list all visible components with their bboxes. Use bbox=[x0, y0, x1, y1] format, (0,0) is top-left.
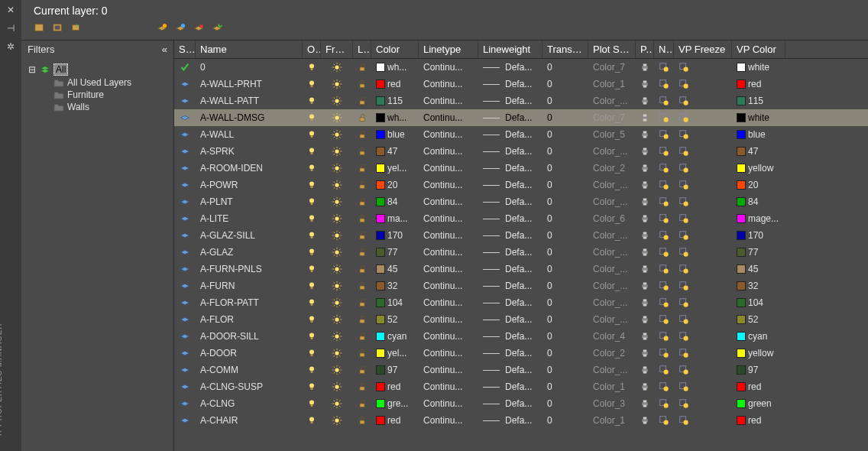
linetype-cell[interactable]: Continu... bbox=[419, 163, 478, 174]
printer-icon[interactable] bbox=[640, 230, 649, 241]
lock-open-icon[interactable] bbox=[358, 180, 367, 190]
vp-sun-icon[interactable] bbox=[679, 398, 689, 409]
transparency-cell[interactable]: 0 bbox=[542, 398, 588, 409]
lightbulb-icon[interactable] bbox=[307, 163, 316, 174]
sun-icon[interactable] bbox=[332, 264, 342, 274]
plotstyle-cell[interactable]: Color_1 bbox=[588, 415, 636, 426]
vp-sun-icon[interactable] bbox=[659, 281, 669, 291]
lightbulb-icon[interactable] bbox=[307, 264, 316, 274]
lock-open-icon[interactable] bbox=[358, 112, 367, 123]
on-cell[interactable] bbox=[303, 230, 321, 241]
lightbulb-icon[interactable] bbox=[307, 314, 316, 325]
plot-cell[interactable] bbox=[636, 264, 654, 274]
layer-row[interactable]: 0wh...Continu...Defa...0Color_7white bbox=[174, 59, 868, 76]
lock-cell[interactable] bbox=[353, 163, 371, 174]
plot-cell[interactable] bbox=[636, 112, 654, 123]
lock-open-icon[interactable] bbox=[358, 79, 367, 89]
sun-icon[interactable] bbox=[332, 365, 342, 375]
status-cell[interactable] bbox=[174, 348, 196, 359]
layer-row[interactable]: A-CHAIRredContinu...Defa...0Color_1red bbox=[174, 412, 868, 429]
lightbulb-icon[interactable] bbox=[307, 381, 316, 392]
lineweight-cell[interactable]: Defa... bbox=[478, 264, 542, 274]
newvp-cell[interactable] bbox=[654, 96, 674, 106]
lock-open-icon[interactable] bbox=[358, 281, 367, 291]
lock-cell[interactable] bbox=[353, 281, 371, 291]
on-cell[interactable] bbox=[303, 264, 321, 274]
plot-cell[interactable] bbox=[636, 213, 654, 224]
name-cell[interactable]: A-FLOR bbox=[196, 314, 303, 325]
newvp-cell[interactable] bbox=[654, 415, 674, 426]
color-cell[interactable]: red bbox=[371, 415, 419, 426]
color-cell[interactable]: blue bbox=[371, 129, 419, 140]
printer-icon[interactable] bbox=[640, 146, 649, 157]
freeze-cell[interactable] bbox=[321, 365, 353, 375]
vpcolor-cell[interactable]: 97 bbox=[732, 365, 785, 375]
sun-icon[interactable] bbox=[332, 281, 342, 291]
color-cell[interactable]: 115 bbox=[371, 96, 419, 106]
on-cell[interactable] bbox=[303, 129, 321, 140]
printer-icon[interactable] bbox=[640, 314, 649, 325]
linetype-cell[interactable]: Continu... bbox=[419, 381, 478, 392]
lock-open-icon[interactable] bbox=[358, 365, 367, 375]
vpfreeze-cell[interactable] bbox=[674, 297, 732, 308]
lineweight-cell[interactable]: Defa... bbox=[478, 314, 542, 325]
name-cell[interactable]: A-GLAZ bbox=[196, 247, 303, 258]
lightbulb-icon[interactable] bbox=[307, 196, 316, 207]
transparency-cell[interactable]: 0 bbox=[542, 415, 588, 426]
freeze-cell[interactable] bbox=[321, 264, 353, 274]
lock-open-icon[interactable] bbox=[358, 213, 367, 224]
vp-sun-icon[interactable] bbox=[679, 264, 689, 274]
lock-cell[interactable] bbox=[353, 79, 371, 89]
vpfreeze-cell[interactable] bbox=[674, 314, 732, 325]
linetype-cell[interactable]: Continu... bbox=[419, 79, 478, 89]
vpcolor-cell[interactable]: 45 bbox=[732, 264, 785, 274]
status-cell[interactable] bbox=[174, 281, 196, 291]
status-cell[interactable] bbox=[174, 163, 196, 174]
layer-row[interactable]: A-CLNG-SUSPredContinu...Defa...0Color_1r… bbox=[174, 378, 868, 395]
linetype-cell[interactable]: Continu... bbox=[419, 96, 478, 106]
vp-sun-icon[interactable] bbox=[679, 163, 689, 174]
vpfreeze-cell[interactable] bbox=[674, 112, 732, 123]
vpfreeze-cell[interactable] bbox=[674, 230, 732, 241]
transparency-cell[interactable]: 0 bbox=[542, 213, 588, 224]
newvp-cell[interactable] bbox=[654, 62, 674, 73]
plotstyle-cell[interactable]: Color_... bbox=[588, 146, 636, 157]
linetype-cell[interactable]: Continu... bbox=[419, 146, 478, 157]
lock-cell[interactable] bbox=[353, 180, 371, 190]
vpcolor-cell[interactable]: red bbox=[732, 79, 785, 89]
lineweight-cell[interactable]: Defa... bbox=[478, 196, 542, 207]
color-cell[interactable]: 47 bbox=[371, 146, 419, 157]
on-cell[interactable] bbox=[303, 297, 321, 308]
plot-cell[interactable] bbox=[636, 146, 654, 157]
vp-sun-icon[interactable] bbox=[659, 247, 669, 258]
lock-cell[interactable] bbox=[353, 62, 371, 73]
lock-cell[interactable] bbox=[353, 314, 371, 325]
vpfreeze-cell[interactable] bbox=[674, 96, 732, 106]
plotstyle-cell[interactable]: Color_7 bbox=[588, 112, 636, 123]
vp-sun-icon[interactable] bbox=[659, 348, 669, 359]
vpcolor-cell[interactable]: 84 bbox=[732, 196, 785, 207]
sun-icon[interactable] bbox=[332, 129, 342, 140]
sun-icon[interactable] bbox=[332, 62, 342, 73]
color-cell[interactable]: 84 bbox=[371, 196, 419, 207]
lock-open-icon[interactable] bbox=[358, 381, 367, 392]
plotstyle-cell[interactable]: Color_4 bbox=[588, 331, 636, 342]
name-cell[interactable]: A-ROOM-IDEN bbox=[196, 163, 303, 174]
color-cell[interactable]: yel... bbox=[371, 348, 419, 359]
lightbulb-icon[interactable] bbox=[307, 297, 316, 308]
lightbulb-icon[interactable] bbox=[307, 398, 316, 409]
lock-open-icon[interactable] bbox=[358, 163, 367, 174]
name-cell[interactable]: A-GLAZ-SILL bbox=[196, 230, 303, 241]
layer-row[interactable]: A-LITEma...Continu...Defa...0Color_6mage… bbox=[174, 210, 868, 227]
name-cell[interactable]: A-FURN bbox=[196, 281, 303, 291]
vp-sun-icon[interactable] bbox=[679, 196, 689, 207]
sun-icon[interactable] bbox=[332, 415, 342, 426]
status-cell[interactable] bbox=[174, 96, 196, 106]
column-header-color[interactable]: Color bbox=[371, 41, 419, 58]
plot-cell[interactable] bbox=[636, 348, 654, 359]
vp-sun-icon[interactable] bbox=[659, 96, 669, 106]
lock-open-icon[interactable] bbox=[358, 62, 367, 73]
vp-sun-icon[interactable] bbox=[659, 331, 669, 342]
vpfreeze-cell[interactable] bbox=[674, 381, 732, 392]
lock-cell[interactable] bbox=[353, 96, 371, 106]
